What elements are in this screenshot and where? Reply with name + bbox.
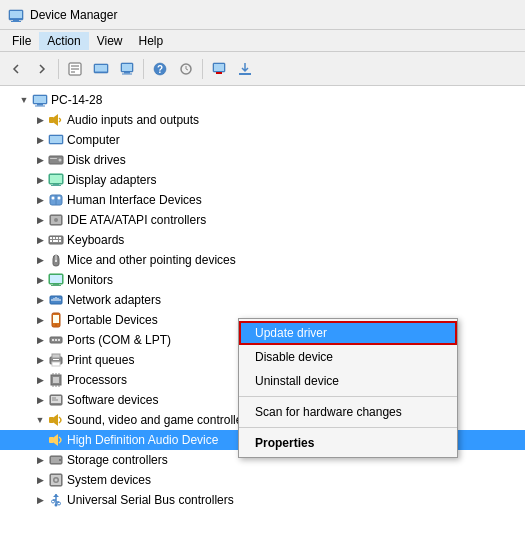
ctx-scan-hardware[interactable]: Scan for hardware changes — [239, 400, 457, 424]
tree-item-system[interactable]: ▶ System devices — [0, 470, 525, 490]
ctx-sep-1 — [239, 396, 457, 397]
tree-portable-toggle[interactable]: ▶ — [32, 312, 48, 328]
tree-root-icon — [32, 92, 48, 108]
toolbar-sep-3 — [202, 59, 203, 79]
svg-rect-44 — [53, 237, 55, 239]
toolbar-device-manager[interactable] — [89, 57, 113, 81]
tree-print-toggle[interactable]: ▶ — [32, 352, 48, 368]
svg-point-97 — [58, 502, 61, 505]
menu-file[interactable]: File — [4, 32, 39, 50]
menu-view[interactable]: View — [89, 32, 131, 50]
tree-system-icon — [48, 472, 64, 488]
svg-rect-25 — [49, 117, 54, 123]
ctx-properties[interactable]: Properties — [239, 431, 457, 455]
tree-monitors-icon — [48, 272, 64, 288]
tree-hid-toggle[interactable]: ▶ — [32, 192, 48, 208]
tree-keyboard-toggle[interactable]: ▶ — [32, 232, 48, 248]
svg-point-38 — [58, 197, 61, 200]
menu-action[interactable]: Action — [39, 32, 88, 50]
tree-item-audio[interactable]: ▶ Audio inputs and outputs — [0, 110, 525, 130]
toolbar-forward[interactable] — [30, 57, 54, 81]
tree-item-display[interactable]: ▶ Display adapters — [0, 170, 525, 190]
svg-point-96 — [52, 500, 55, 503]
toolbar-computer[interactable] — [115, 57, 139, 81]
tree-item-ide[interactable]: ▶ IDE ATA/ATAPI controllers — [0, 210, 525, 230]
svg-rect-30 — [50, 158, 57, 159]
tree-keyboard-icon — [48, 232, 64, 248]
tree-ports-toggle[interactable]: ▶ — [32, 332, 48, 348]
tree-storage-toggle[interactable]: ▶ — [32, 452, 48, 468]
toolbar-uninstall[interactable] — [207, 57, 231, 81]
tree-computer-toggle[interactable]: ▶ — [32, 132, 48, 148]
svg-point-67 — [55, 339, 57, 341]
menu-bar: File Action View Help — [0, 30, 525, 52]
svg-point-29 — [59, 159, 62, 162]
tree-software-label: Software devices — [67, 393, 158, 407]
tree-item-computer[interactable]: ▶ Computer — [0, 130, 525, 150]
ctx-uninstall-device[interactable]: Uninstall device — [239, 369, 457, 393]
svg-rect-47 — [50, 240, 52, 242]
toolbar-update[interactable] — [233, 57, 257, 81]
svg-rect-43 — [50, 237, 52, 239]
svg-point-93 — [55, 479, 58, 482]
svg-point-68 — [58, 339, 60, 341]
tree-hid-label: Human Interface Devices — [67, 193, 202, 207]
tree-usb-toggle[interactable]: ▶ — [32, 492, 48, 508]
tree-audio-icon — [48, 112, 64, 128]
tree-item-mice[interactable]: ▶ Mice and other pointing devices — [0, 250, 525, 270]
ctx-disable-device[interactable]: Disable device — [239, 345, 457, 369]
tree-ports-icon — [48, 332, 64, 348]
toolbar-help[interactable]: ? — [148, 57, 172, 81]
tree-item-disk[interactable]: ▶ Disk drives — [0, 150, 525, 170]
tree-display-toggle[interactable]: ▶ — [32, 172, 48, 188]
svg-rect-53 — [50, 275, 62, 283]
tree-mice-icon — [48, 252, 64, 268]
tree-print-icon — [48, 352, 64, 368]
tree-ide-toggle[interactable]: ▶ — [32, 212, 48, 228]
tree-system-toggle[interactable]: ▶ — [32, 472, 48, 488]
tree-mice-toggle[interactable]: ▶ — [32, 252, 48, 268]
svg-rect-49 — [59, 240, 61, 242]
tree-root[interactable]: ▼ PC-14-28 — [0, 90, 525, 110]
toolbar-back[interactable] — [4, 57, 28, 81]
tree-panel[interactable]: ▼ PC-14-28 ▶ — [0, 86, 525, 542]
tree-item-monitors[interactable]: ▶ Monitors — [0, 270, 525, 290]
menu-help[interactable]: Help — [131, 32, 172, 50]
svg-rect-33 — [53, 184, 59, 185]
tree-root-toggle[interactable]: ▼ — [16, 92, 32, 108]
tree-computer-label: Computer — [67, 133, 120, 147]
ctx-update-driver[interactable]: Update driver — [239, 321, 457, 345]
tree-item-usb[interactable]: ▶ Universal Serial Bus controllers — [0, 490, 525, 510]
svg-rect-20 — [239, 73, 251, 75]
svg-point-51 — [55, 260, 57, 262]
tree-network-toggle[interactable]: ▶ — [32, 292, 48, 308]
tree-audio-label: Audio inputs and outputs — [67, 113, 199, 127]
svg-point-66 — [52, 339, 54, 341]
tree-hd-audio-icon — [48, 432, 64, 448]
svg-rect-74 — [53, 377, 59, 383]
tree-item-hid[interactable]: ▶ Human Interface Devices — [0, 190, 525, 210]
svg-rect-27 — [50, 136, 62, 143]
tree-processors-icon — [48, 372, 64, 388]
tree-audio-toggle[interactable]: ▶ — [32, 112, 48, 128]
tree-monitors-toggle[interactable]: ▶ — [32, 272, 48, 288]
context-menu: Update driver Disable device Uninstall d… — [238, 318, 458, 458]
tree-sound-toggle[interactable]: ▼ — [32, 412, 48, 428]
tree-software-toggle[interactable]: ▶ — [32, 392, 48, 408]
tree-storage-label: Storage controllers — [67, 453, 168, 467]
toolbar-scan[interactable] — [174, 57, 198, 81]
svg-point-89 — [59, 459, 61, 461]
svg-rect-34 — [51, 185, 61, 186]
svg-rect-13 — [122, 73, 132, 74]
toolbar: ? — [0, 52, 525, 86]
tree-disk-toggle[interactable]: ▶ — [32, 152, 48, 168]
svg-point-37 — [52, 197, 55, 200]
tree-display-icon — [48, 172, 64, 188]
tree-portable-icon — [48, 312, 64, 328]
tree-mice-label: Mice and other pointing devices — [67, 253, 236, 267]
tree-item-network[interactable]: ▶ Network adapters — [0, 290, 525, 310]
toolbar-properties[interactable] — [63, 57, 87, 81]
svg-rect-45 — [56, 237, 58, 239]
tree-processors-toggle[interactable]: ▶ — [32, 372, 48, 388]
tree-item-keyboard[interactable]: ▶ Keyboards — [0, 230, 525, 250]
